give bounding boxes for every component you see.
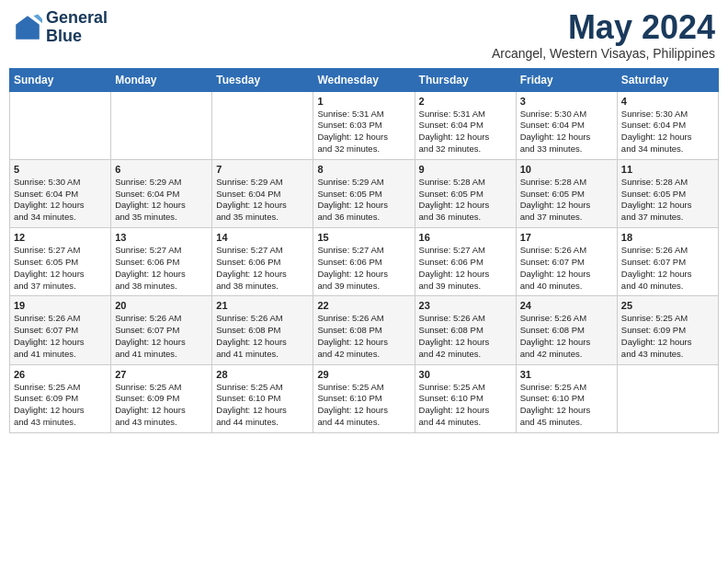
- calendar-week-5: 26Sunrise: 5:25 AM Sunset: 6:09 PM Dayli…: [10, 364, 719, 432]
- cell-content: Sunrise: 5:31 AM Sunset: 6:03 PM Dayligh…: [317, 109, 410, 155]
- col-header-thursday: Thursday: [415, 68, 516, 91]
- calendar-cell: 14Sunrise: 5:27 AM Sunset: 6:06 PM Dayli…: [212, 228, 313, 296]
- day-number: 26: [14, 369, 107, 380]
- calendar-cell: 28Sunrise: 5:25 AM Sunset: 6:10 PM Dayli…: [212, 364, 313, 432]
- calendar-cell: 26Sunrise: 5:25 AM Sunset: 6:09 PM Dayli…: [10, 364, 111, 432]
- calendar-cell: 9Sunrise: 5:28 AM Sunset: 6:05 PM Daylig…: [415, 159, 516, 227]
- cell-content: Sunrise: 5:29 AM Sunset: 6:05 PM Dayligh…: [317, 177, 410, 224]
- calendar-cell: 5Sunrise: 5:30 AM Sunset: 6:04 PM Daylig…: [10, 159, 111, 227]
- calendar-cell: 13Sunrise: 5:27 AM Sunset: 6:06 PM Dayli…: [111, 228, 212, 296]
- day-number: 15: [317, 232, 410, 243]
- cell-content: Sunrise: 5:26 AM Sunset: 6:07 PM Dayligh…: [520, 245, 613, 292]
- day-number: 10: [520, 164, 613, 175]
- day-number: 21: [216, 300, 309, 311]
- logo-icon: [13, 13, 42, 42]
- calendar-table: SundayMondayTuesdayWednesdayThursdayFrid…: [9, 68, 719, 433]
- logo-text: General Blue: [46, 9, 108, 46]
- cell-content: Sunrise: 5:30 AM Sunset: 6:04 PM Dayligh…: [621, 109, 714, 155]
- calendar-cell: 15Sunrise: 5:27 AM Sunset: 6:06 PM Dayli…: [313, 228, 415, 296]
- cell-content: Sunrise: 5:26 AM Sunset: 6:08 PM Dayligh…: [520, 313, 613, 360]
- cell-content: Sunrise: 5:28 AM Sunset: 6:05 PM Dayligh…: [520, 177, 613, 224]
- day-number: 29: [317, 369, 410, 380]
- day-number: 30: [419, 369, 512, 380]
- calendar-cell: 11Sunrise: 5:28 AM Sunset: 6:05 PM Dayli…: [617, 159, 718, 227]
- calendar-cell: 10Sunrise: 5:28 AM Sunset: 6:05 PM Dayli…: [516, 159, 617, 227]
- calendar-cell: [617, 364, 718, 432]
- cell-content: Sunrise: 5:25 AM Sunset: 6:09 PM Dayligh…: [621, 313, 714, 360]
- calendar-cell: 18Sunrise: 5:26 AM Sunset: 6:07 PM Dayli…: [617, 228, 718, 296]
- cell-content: Sunrise: 5:25 AM Sunset: 6:09 PM Dayligh…: [115, 382, 208, 429]
- month-title: May 2024: [492, 9, 715, 46]
- calendar-cell: 17Sunrise: 5:26 AM Sunset: 6:07 PM Dayli…: [516, 228, 617, 296]
- day-number: 11: [621, 164, 714, 175]
- cell-content: Sunrise: 5:25 AM Sunset: 6:10 PM Dayligh…: [317, 382, 410, 429]
- day-number: 17: [520, 232, 613, 243]
- calendar-cell: 16Sunrise: 5:27 AM Sunset: 6:06 PM Dayli…: [415, 228, 516, 296]
- day-number: 16: [419, 232, 512, 243]
- calendar-cell: 19Sunrise: 5:26 AM Sunset: 6:07 PM Dayli…: [10, 296, 111, 364]
- calendar-cell: 30Sunrise: 5:25 AM Sunset: 6:10 PM Dayli…: [415, 364, 516, 432]
- day-number: 31: [520, 369, 613, 380]
- calendar-cell: 4Sunrise: 5:30 AM Sunset: 6:04 PM Daylig…: [617, 91, 718, 159]
- calendar-header-row: SundayMondayTuesdayWednesdayThursdayFrid…: [10, 68, 719, 91]
- cell-content: Sunrise: 5:29 AM Sunset: 6:04 PM Dayligh…: [216, 177, 309, 224]
- day-number: 7: [216, 164, 309, 175]
- calendar-cell: 12Sunrise: 5:27 AM Sunset: 6:05 PM Dayli…: [10, 228, 111, 296]
- cell-content: Sunrise: 5:25 AM Sunset: 6:10 PM Dayligh…: [419, 382, 512, 429]
- calendar-cell: 29Sunrise: 5:25 AM Sunset: 6:10 PM Dayli…: [313, 364, 415, 432]
- cell-content: Sunrise: 5:27 AM Sunset: 6:06 PM Dayligh…: [419, 245, 512, 292]
- day-number: 14: [216, 232, 309, 243]
- calendar-week-2: 5Sunrise: 5:30 AM Sunset: 6:04 PM Daylig…: [10, 159, 719, 227]
- day-number: 6: [115, 164, 208, 175]
- day-number: 19: [14, 300, 107, 311]
- location: Arcangel, Western Visayas, Philippines: [492, 46, 715, 61]
- cell-content: Sunrise: 5:25 AM Sunset: 6:09 PM Dayligh…: [14, 382, 107, 429]
- col-header-monday: Monday: [111, 68, 212, 91]
- day-number: 27: [115, 369, 208, 380]
- calendar-cell: 24Sunrise: 5:26 AM Sunset: 6:08 PM Dayli…: [516, 296, 617, 364]
- calendar-cell: 20Sunrise: 5:26 AM Sunset: 6:07 PM Dayli…: [111, 296, 212, 364]
- calendar-cell: 22Sunrise: 5:26 AM Sunset: 6:08 PM Dayli…: [313, 296, 415, 364]
- calendar-cell: 25Sunrise: 5:25 AM Sunset: 6:09 PM Dayli…: [617, 296, 718, 364]
- day-number: 13: [115, 232, 208, 243]
- cell-content: Sunrise: 5:26 AM Sunset: 6:08 PM Dayligh…: [216, 313, 309, 360]
- cell-content: Sunrise: 5:26 AM Sunset: 6:08 PM Dayligh…: [317, 313, 410, 360]
- day-number: 9: [419, 164, 512, 175]
- cell-content: Sunrise: 5:30 AM Sunset: 6:04 PM Dayligh…: [520, 109, 613, 155]
- day-number: 2: [419, 96, 512, 107]
- day-number: 8: [317, 164, 410, 175]
- calendar-cell: 7Sunrise: 5:29 AM Sunset: 6:04 PM Daylig…: [212, 159, 313, 227]
- cell-content: Sunrise: 5:27 AM Sunset: 6:06 PM Dayligh…: [317, 245, 410, 292]
- calendar-week-4: 19Sunrise: 5:26 AM Sunset: 6:07 PM Dayli…: [10, 296, 719, 364]
- day-number: 1: [317, 96, 410, 107]
- calendar-cell: 23Sunrise: 5:26 AM Sunset: 6:08 PM Dayli…: [415, 296, 516, 364]
- day-number: 20: [115, 300, 208, 311]
- cell-content: Sunrise: 5:31 AM Sunset: 6:04 PM Dayligh…: [419, 109, 512, 155]
- day-number: 12: [14, 232, 107, 243]
- col-header-tuesday: Tuesday: [212, 68, 313, 91]
- calendar-cell: 31Sunrise: 5:25 AM Sunset: 6:10 PM Dayli…: [516, 364, 617, 432]
- day-number: 23: [419, 300, 512, 311]
- cell-content: Sunrise: 5:25 AM Sunset: 6:10 PM Dayligh…: [520, 382, 613, 429]
- col-header-sunday: Sunday: [10, 68, 111, 91]
- calendar-cell: 8Sunrise: 5:29 AM Sunset: 6:05 PM Daylig…: [313, 159, 415, 227]
- calendar-week-3: 12Sunrise: 5:27 AM Sunset: 6:05 PM Dayli…: [10, 228, 719, 296]
- calendar-cell: 21Sunrise: 5:26 AM Sunset: 6:08 PM Dayli…: [212, 296, 313, 364]
- calendar-cell: 3Sunrise: 5:30 AM Sunset: 6:04 PM Daylig…: [516, 91, 617, 159]
- day-number: 3: [520, 96, 613, 107]
- title-block: May 2024 Arcangel, Western Visayas, Phil…: [492, 9, 715, 61]
- day-number: 22: [317, 300, 410, 311]
- logo: General Blue: [13, 9, 108, 46]
- calendar-cell: 27Sunrise: 5:25 AM Sunset: 6:09 PM Dayli…: [111, 364, 212, 432]
- cell-content: Sunrise: 5:26 AM Sunset: 6:07 PM Dayligh…: [115, 313, 208, 360]
- cell-content: Sunrise: 5:27 AM Sunset: 6:06 PM Dayligh…: [115, 245, 208, 292]
- day-number: 24: [520, 300, 613, 311]
- calendar-cell: 6Sunrise: 5:29 AM Sunset: 6:04 PM Daylig…: [111, 159, 212, 227]
- calendar-cell: 1Sunrise: 5:31 AM Sunset: 6:03 PM Daylig…: [313, 91, 415, 159]
- calendar-cell: [111, 91, 212, 159]
- calendar-cell: 2Sunrise: 5:31 AM Sunset: 6:04 PM Daylig…: [415, 91, 516, 159]
- cell-content: Sunrise: 5:27 AM Sunset: 6:06 PM Dayligh…: [216, 245, 309, 292]
- day-number: 5: [14, 164, 107, 175]
- cell-content: Sunrise: 5:28 AM Sunset: 6:05 PM Dayligh…: [419, 177, 512, 224]
- svg-marker-0: [16, 16, 40, 40]
